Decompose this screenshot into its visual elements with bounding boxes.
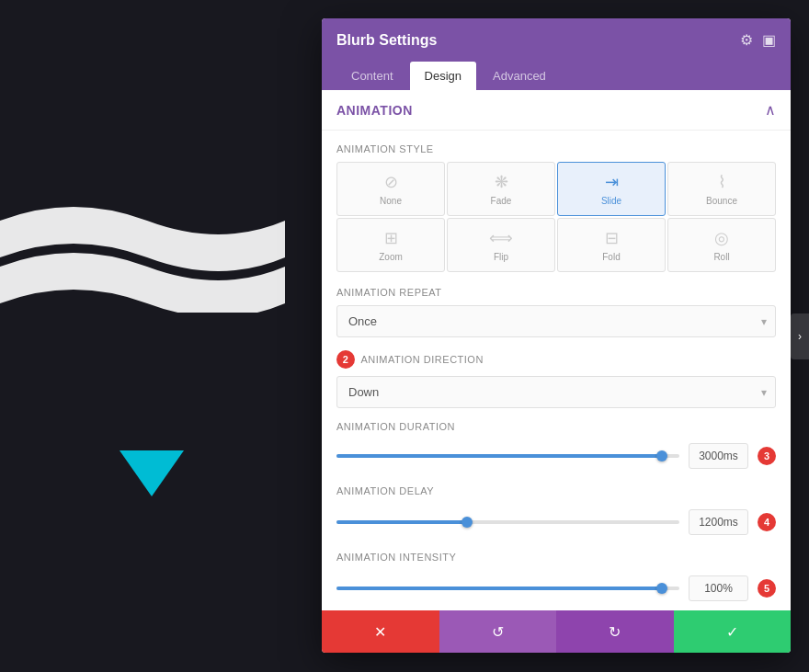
delay-fill bbox=[336, 520, 467, 524]
style-fold[interactable]: ⊟ Fold bbox=[557, 218, 666, 272]
badge-2: 2 bbox=[336, 350, 355, 369]
header-icons: ⚙ ▣ bbox=[740, 31, 776, 49]
panel-header: Blurb Settings ⚙ ▣ bbox=[322, 18, 791, 62]
save-button[interactable]: ✓ bbox=[674, 610, 792, 653]
cancel-button[interactable]: ✕ bbox=[322, 610, 439, 653]
duration-fill bbox=[336, 454, 662, 458]
animation-duration-slider-row: 3 bbox=[336, 443, 776, 469]
intensity-thumb[interactable] bbox=[656, 583, 667, 594]
fold-icon: ⊟ bbox=[605, 228, 619, 248]
animation-repeat-select[interactable]: Once Loop Loop - Pause on Hover bbox=[336, 305, 776, 337]
animation-style-grid-row1: ⊘ None ❋ Fade ⇥ Slide ⌇ Bounce bbox=[336, 162, 776, 216]
style-zoom-label: Zoom bbox=[379, 252, 403, 262]
fade-icon: ❋ bbox=[495, 172, 508, 192]
style-slide-label: Slide bbox=[601, 196, 621, 206]
animation-intensity-slider[interactable] bbox=[336, 587, 679, 590]
triangle-decoration bbox=[120, 450, 184, 496]
animation-direction-label: Animation Direction bbox=[361, 354, 484, 365]
undo-icon: ↺ bbox=[492, 623, 504, 641]
animation-section-header: Animation ∧ bbox=[322, 90, 791, 131]
style-zoom[interactable]: ⊞ Zoom bbox=[336, 218, 445, 272]
style-flip[interactable]: ⟺ Flip bbox=[447, 218, 555, 272]
zoom-icon: ⊞ bbox=[384, 228, 398, 248]
animation-repeat-select-wrapper: Once Loop Loop - Pause on Hover ▾ bbox=[336, 305, 776, 337]
style-fade-label: Fade bbox=[491, 196, 512, 206]
redo-icon: ↻ bbox=[609, 623, 621, 641]
style-roll-label: Roll bbox=[713, 252, 729, 262]
animation-direction-field-label: 2 Animation Direction bbox=[336, 337, 776, 376]
section-title: Animation bbox=[336, 103, 413, 118]
animation-style-grid-row2: ⊞ Zoom ⟺ Flip ⊟ Fold ◎ Roll bbox=[336, 218, 776, 272]
panel-content: Animation ∧ Animation Style ⊘ None ❋ Fad… bbox=[322, 90, 791, 610]
style-bounce[interactable]: ⌇ Bounce bbox=[667, 162, 776, 216]
wave-decoration bbox=[0, 184, 285, 313]
bounce-icon: ⌇ bbox=[718, 172, 726, 192]
expand-icon[interactable]: ▣ bbox=[762, 31, 776, 49]
badge-4: 4 bbox=[758, 513, 776, 531]
panel-footer: ✕ ↺ ↻ ✓ bbox=[322, 610, 791, 653]
style-roll[interactable]: ◎ Roll bbox=[667, 218, 776, 272]
section-collapse-icon[interactable]: ∧ bbox=[765, 101, 776, 119]
tab-advanced[interactable]: Advanced bbox=[478, 62, 561, 90]
animation-duration-label: Animation Duration bbox=[336, 421, 455, 432]
animation-delay-slider[interactable] bbox=[336, 520, 679, 524]
style-slide[interactable]: ⇥ Slide bbox=[557, 162, 666, 216]
animation-direction-select-wrapper: Top Down Left Right Center ▾ bbox=[336, 376, 776, 408]
style-bounce-label: Bounce bbox=[706, 196, 737, 206]
animation-intensity-slider-row: 5 bbox=[336, 575, 776, 601]
flip-icon: ⟺ bbox=[489, 228, 513, 248]
style-none-label: None bbox=[380, 196, 402, 206]
duration-thumb[interactable] bbox=[656, 450, 667, 461]
tab-content[interactable]: Content bbox=[336, 62, 408, 90]
style-none[interactable]: ⊘ None bbox=[336, 162, 445, 216]
tab-design[interactable]: Design bbox=[410, 62, 476, 90]
panel-title: Blurb Settings bbox=[336, 32, 437, 49]
settings-icon[interactable]: ⚙ bbox=[740, 31, 753, 49]
tab-bar: Content Design Advanced bbox=[322, 62, 791, 90]
style-flip-label: Flip bbox=[494, 252, 508, 262]
intensity-fill bbox=[336, 587, 662, 590]
settings-body: Animation Style ⊘ None ❋ Fade ⇥ Slide ⌇ … bbox=[322, 131, 791, 610]
badge-3: 3 bbox=[758, 447, 776, 465]
animation-delay-label: Animation Delay bbox=[336, 485, 434, 496]
animation-delay-slider-row: 4 bbox=[336, 509, 776, 535]
none-icon: ⊘ bbox=[384, 172, 398, 192]
animation-intensity-value[interactable] bbox=[689, 575, 748, 601]
style-fade[interactable]: ❋ Fade bbox=[447, 162, 555, 216]
animation-duration-slider[interactable] bbox=[336, 454, 679, 458]
redo-button[interactable]: ↻ bbox=[556, 610, 674, 653]
animation-style-label: Animation Style bbox=[336, 131, 776, 162]
save-icon: ✓ bbox=[726, 623, 738, 641]
animation-direction-select[interactable]: Top Down Left Right Center bbox=[336, 376, 776, 408]
badge-5: 5 bbox=[758, 579, 776, 598]
animation-delay-value[interactable] bbox=[689, 509, 748, 535]
roll-icon: ◎ bbox=[714, 228, 729, 248]
undo-button[interactable]: ↺ bbox=[439, 610, 557, 653]
slide-icon: ⇥ bbox=[605, 172, 619, 192]
delay-thumb[interactable] bbox=[461, 517, 473, 528]
blurb-settings-panel: Blurb Settings ⚙ ▣ Content Design Advanc… bbox=[322, 18, 791, 653]
cancel-icon: ✕ bbox=[374, 623, 386, 641]
animation-repeat-label: Animation Repeat bbox=[336, 274, 776, 305]
animation-intensity-label: Animation Intensity bbox=[336, 552, 456, 563]
right-panel-arrow[interactable]: › bbox=[791, 313, 809, 359]
animation-duration-value[interactable] bbox=[689, 443, 748, 469]
style-fold-label: Fold bbox=[602, 252, 620, 262]
